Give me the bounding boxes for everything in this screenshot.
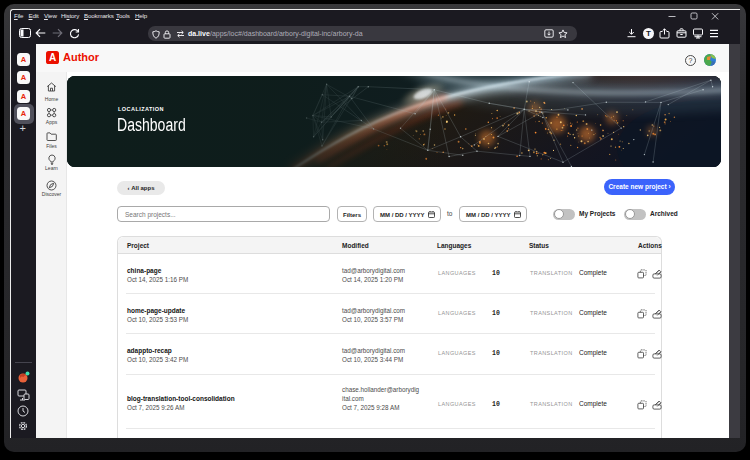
- svg-text:A: A: [49, 52, 56, 63]
